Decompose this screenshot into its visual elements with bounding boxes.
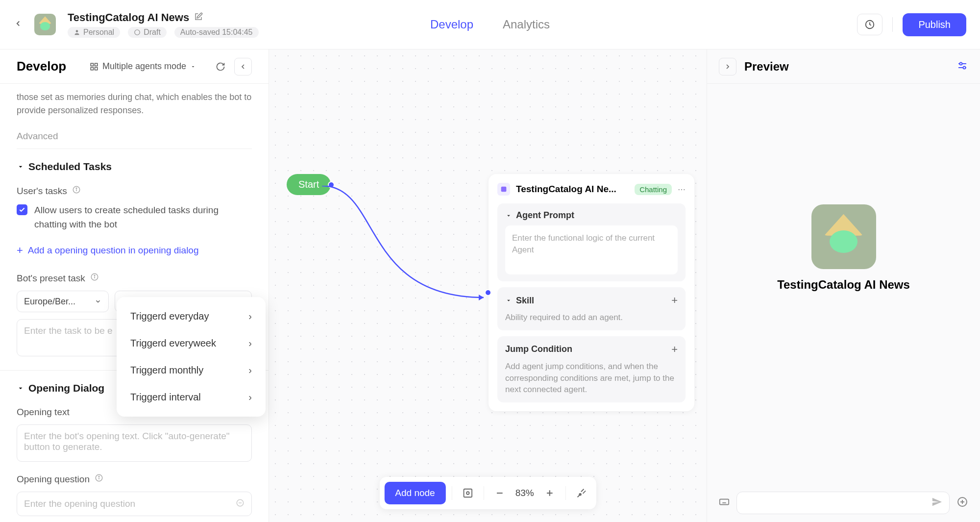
svg-point-27 xyxy=(960,62,962,65)
history-button[interactable] xyxy=(857,14,882,35)
opening-dialog-title: Opening Dialog xyxy=(28,382,104,394)
expand-icon[interactable] xyxy=(719,58,736,75)
agent-prompt-input[interactable]: Enter the functional logic of the curren… xyxy=(505,225,678,274)
send-icon[interactable] xyxy=(931,497,942,509)
center-tabs: Develop Analytics xyxy=(430,18,550,31)
top-bar: TestingCatalog AI News Personal Draft Au… xyxy=(0,0,980,49)
preset-task-label: Bot's preset task xyxy=(17,273,85,284)
skill-label: Skill xyxy=(516,296,534,306)
keyboard-icon[interactable] xyxy=(719,497,730,509)
sliders-icon[interactable] xyxy=(956,60,968,74)
add-icon[interactable] xyxy=(956,496,968,510)
start-node[interactable]: Start xyxy=(287,174,331,195)
autosaved-badge: Auto-saved 15:04:45 xyxy=(174,27,259,38)
tidy-icon[interactable] xyxy=(572,483,591,503)
trigger-time-dropdown: Triggerd everyday › Triggerd everyweek ›… xyxy=(117,297,266,417)
jump-condition-description: Add agent jump conditions, and when the … xyxy=(505,361,678,396)
svg-rect-29 xyxy=(720,499,729,505)
divider xyxy=(565,486,566,500)
svg-point-20 xyxy=(466,492,469,495)
draft-badge-label: Draft xyxy=(144,28,161,37)
start-node-label: Start xyxy=(298,179,319,190)
refresh-icon[interactable] xyxy=(212,58,229,75)
add-opening-question-link[interactable]: + Add a opening question in opening dial… xyxy=(17,240,252,270)
add-node-button[interactable]: Add node xyxy=(384,482,445,504)
jump-condition-section: Jump Condition + Add agent jump conditio… xyxy=(497,336,686,402)
dropdown-item-monthly[interactable]: Triggerd monthly › xyxy=(117,357,266,384)
allow-users-checkbox[interactable] xyxy=(17,204,27,215)
left-panel-title: Develop xyxy=(17,59,66,74)
advanced-row[interactable]: Advanced xyxy=(17,124,252,149)
scheduled-tasks-title: Scheduled Tasks xyxy=(28,161,112,173)
collapse-icon[interactable] xyxy=(234,58,252,75)
zoom-out-icon[interactable] xyxy=(490,483,510,503)
chat-input[interactable] xyxy=(736,492,950,514)
agent-icon xyxy=(497,183,510,196)
agents-mode-select[interactable]: Multiple agents mode xyxy=(90,61,196,72)
svg-rect-3 xyxy=(91,63,93,66)
agent-node-title: TestingCatalog AI Ne... xyxy=(516,184,629,195)
fit-view-icon[interactable] xyxy=(458,483,478,503)
opening-question-placeholder: Enter the opening question xyxy=(24,498,135,509)
agent-prompt-header[interactable]: Agent Prompt xyxy=(505,210,678,221)
dropdown-item-interval[interactable]: Triggerd interval › xyxy=(117,384,266,411)
info-icon[interactable] xyxy=(90,273,99,284)
preview-title: Preview xyxy=(744,60,789,74)
svg-point-9 xyxy=(76,188,77,189)
add-opening-question-label: Add a opening question in opening dialog xyxy=(28,245,199,256)
allow-users-label: Allow users to create scheduled tasks du… xyxy=(34,203,252,231)
svg-point-1 xyxy=(135,30,140,35)
page-title: TestingCatalog AI News xyxy=(68,11,189,24)
allow-users-row[interactable]: Allow users to create scheduled tasks du… xyxy=(17,203,252,240)
dropdown-item-everyweek[interactable]: Triggerd everyweek › xyxy=(117,330,266,357)
opening-text-label: Opening text xyxy=(17,407,70,418)
svg-rect-6 xyxy=(95,67,97,70)
chevron-right-icon: › xyxy=(248,365,252,376)
dropdown-item-everyday[interactable]: Triggerd everyday › xyxy=(117,303,266,330)
preset-task-label-row: Bot's preset task xyxy=(17,270,252,291)
preview-bot-name: TestingCatalog AI News xyxy=(777,278,910,292)
dropdown-item-label: Triggerd monthly xyxy=(130,365,203,376)
opening-question-label: Opening question xyxy=(17,474,90,485)
edit-icon[interactable] xyxy=(194,12,203,23)
flow-canvas[interactable]: Start TestingCatalog AI Ne... Chatting ⋯… xyxy=(269,49,707,522)
chevron-right-icon: › xyxy=(248,338,252,349)
tab-analytics[interactable]: Analytics xyxy=(503,18,550,31)
skill-description: Ability required to add an agent. xyxy=(505,312,678,323)
title-block: TestingCatalog AI News Personal Draft Au… xyxy=(68,11,259,38)
divider xyxy=(484,486,484,500)
more-icon[interactable]: ⋯ xyxy=(678,185,686,194)
scheduled-tasks-section[interactable]: Scheduled Tasks xyxy=(17,149,252,182)
project-avatar xyxy=(34,14,56,35)
info-icon[interactable] xyxy=(95,473,103,485)
dropdown-item-label: Triggerd everyweek xyxy=(130,338,216,349)
zoom-level: 83% xyxy=(512,488,538,498)
dropdown-item-label: Triggerd everyday xyxy=(130,311,209,322)
opening-text-input[interactable]: Enter the bot's opening text. Click "aut… xyxy=(17,424,252,462)
timezone-select[interactable]: Europe/Ber... xyxy=(17,291,109,312)
dropdown-item-label: Triggerd interval xyxy=(130,392,201,403)
skill-header[interactable]: Skill + xyxy=(505,294,678,307)
add-skill-icon[interactable]: + xyxy=(671,294,678,307)
back-icon[interactable] xyxy=(14,19,23,30)
agent-node[interactable]: TestingCatalog AI Ne... Chatting ⋯ Agent… xyxy=(489,174,694,411)
svg-point-0 xyxy=(76,30,78,32)
add-jump-icon[interactable]: + xyxy=(671,343,678,356)
plus-icon: + xyxy=(17,244,23,257)
node-output-port[interactable] xyxy=(328,181,335,188)
zoom-in-icon[interactable] xyxy=(540,483,560,503)
tab-develop[interactable]: Develop xyxy=(430,18,473,31)
edge xyxy=(322,186,493,343)
personal-badge: Personal xyxy=(68,27,120,38)
svg-point-28 xyxy=(963,66,966,69)
info-icon[interactable] xyxy=(72,185,81,197)
clear-icon[interactable] xyxy=(236,498,245,510)
node-input-port[interactable] xyxy=(485,289,491,296)
divider xyxy=(452,486,452,500)
opening-question-input[interactable]: Enter the opening question xyxy=(17,492,252,516)
personal-badge-label: Personal xyxy=(83,28,114,37)
publish-button[interactable]: Publish xyxy=(903,13,966,36)
users-tasks-label-row: User's tasks xyxy=(17,182,252,203)
canvas-toolbar: Add node 83% xyxy=(379,477,596,509)
svg-rect-18 xyxy=(501,187,507,192)
